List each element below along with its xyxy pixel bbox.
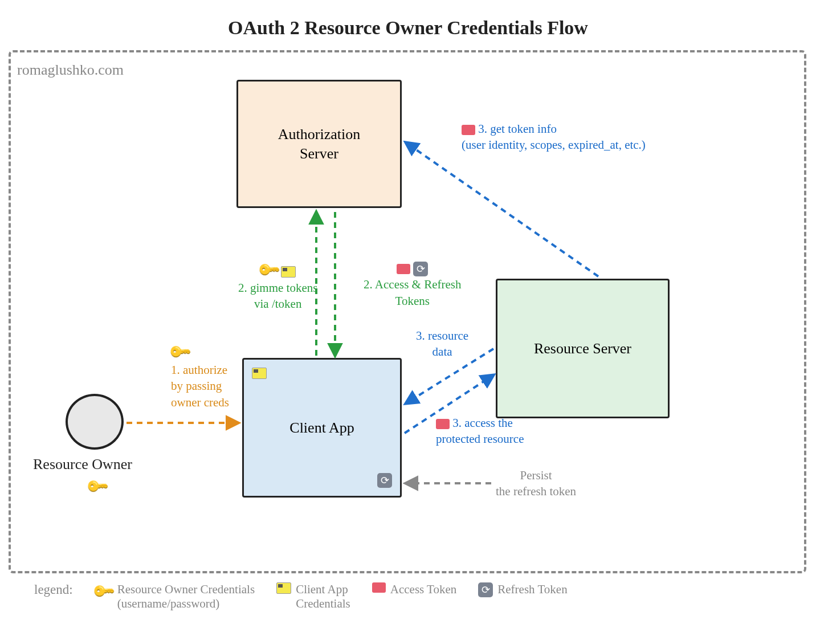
legend-access-token: Access Token [372,582,457,597]
refresh-token-icon: ⟳ [478,582,493,597]
refresh-token-icon: ⟳ [413,262,428,276]
access-token-icon [462,125,475,135]
resource-owner-label: Resource Owner [33,456,132,473]
resource-server-label: Resource Server [534,339,631,358]
legend-refresh-token-text: Refresh Token [497,582,567,597]
step-2a-label: 🔑 2. gimme tokensvia /token [238,260,317,312]
authorization-server-label: AuthorizationServer [278,125,360,164]
access-token-icon [436,419,450,429]
legend-owner-creds-text: Resource Owner Credentials(username/pass… [117,582,255,611]
legend-client-creds: Client AppCredentials [276,582,350,611]
legend-owner-creds: 🔑 Resource Owner Credentials(username/pa… [95,582,255,611]
legend-refresh-token: ⟳ Refresh Token [478,582,567,597]
access-token-icon [372,582,386,593]
persist-label: Persistthe refresh token [496,467,576,500]
step-1-label: 🔑 1. authorizeby passingowner creds [171,342,229,410]
step-3c-label: 3. access theprotected resource [436,415,524,447]
step-3a-label: 3. get token info(user identity, scopes,… [462,121,646,153]
step-2b-label: ⟳ 2. Access & RefreshTokens [364,260,461,309]
refresh-token-icon: ⟳ [377,473,392,488]
key-icon: 🔑 [91,578,116,604]
step-3a-text: 3. get token info(user identity, scopes,… [462,122,646,152]
client-creds-icon [276,582,291,594]
access-token-icon [397,264,410,274]
step-1-text: 1. authorizeby passingowner creds [171,363,229,409]
step-2b-text: 2. Access & RefreshTokens [364,278,461,307]
client-creds-icon [281,266,296,278]
legend-client-creds-text: Client AppCredentials [296,582,350,611]
key-icon: 🔑 [255,256,282,283]
key-icon: 🔑 [166,339,193,365]
step-3b-text: 3. resourcedata [416,329,468,358]
diagram-title: OAuth 2 Resource Owner Credentials Flow [0,17,816,39]
client-creds-icon [252,368,267,379]
resource-owner-circle [66,394,124,450]
legend-row: legend: 🔑 Resource Owner Credentials(use… [34,582,568,611]
diagram-boundary [9,50,806,573]
resource-server-box: Resource Server [496,279,670,418]
client-app-box: Client App ⟳ [242,358,402,498]
authorization-server-box: AuthorizationServer [236,80,402,208]
watermark-text: romaglushko.com [17,62,124,79]
step-3b-label: 3. resourcedata [416,328,468,360]
legend-title: legend: [34,582,73,597]
client-app-label: Client App [289,418,354,438]
legend-access-token-text: Access Token [390,582,457,597]
step-2a-text: 2. gimme tokensvia /token [238,281,317,311]
persist-text: Persistthe refresh token [496,468,576,498]
